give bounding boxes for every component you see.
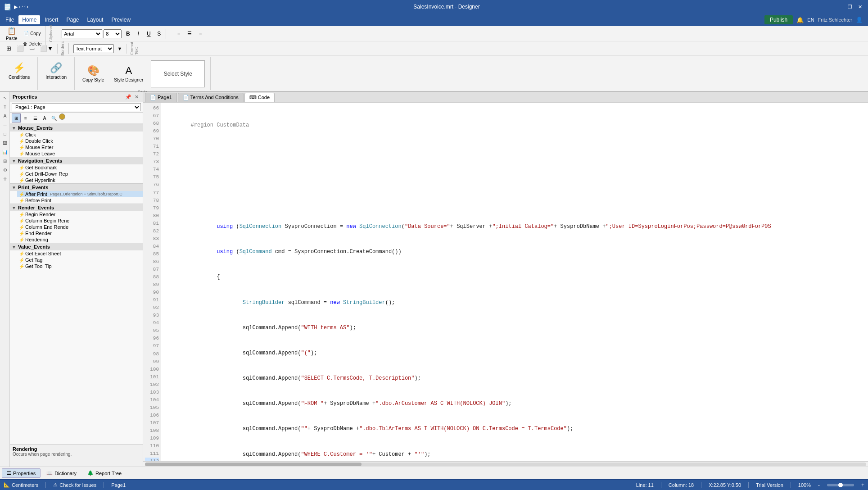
text-format-arrow[interactable]: ▼: [115, 44, 125, 54]
menu-layout[interactable]: Layout: [83, 15, 107, 24]
sidebar-icon-bar[interactable]: 📊: [1, 148, 9, 156]
prop-alpha-btn[interactable]: A: [40, 113, 49, 122]
style-designer-label: Style Designer: [114, 77, 143, 83]
font-size-select[interactable]: 8: [104, 29, 122, 38]
border-style-button[interactable]: ⬜▼: [38, 44, 55, 54]
render-events-section[interactable]: ▼ Render_Events: [10, 204, 143, 211]
tree-item-before-print[interactable]: ⚡ Before Print: [17, 197, 143, 204]
font-name-select[interactable]: Arial: [62, 29, 102, 38]
tree-item-tooltip[interactable]: ⚡ Get Tool Tip: [17, 263, 143, 269]
zoom-out-button[interactable]: -: [818, 482, 820, 488]
sidebar-icon-rect[interactable]: □: [1, 130, 9, 138]
tab-code-icon: ⌨: [249, 95, 257, 100]
italic-button[interactable]: I: [133, 29, 143, 39]
align-left-button[interactable]: ≡: [174, 29, 184, 39]
copy-style-button[interactable]: 🎨 Copy Style: [78, 59, 108, 89]
zoom-in-button[interactable]: +: [861, 482, 864, 488]
border-none-button[interactable]: ▭: [27, 44, 37, 54]
bottom-tab-report-tree[interactable]: 🌲 Report Tree: [82, 468, 127, 478]
tree-item-rendering[interactable]: ⚡ Rendering: [17, 236, 143, 243]
code-content[interactable]: #region CustomData using (SqlConnection …: [161, 103, 868, 461]
print-events-section[interactable]: ▼ Print_Events: [10, 183, 143, 191]
tree-item-mouse-leave[interactable]: ⚡ Mouse Leave: [17, 150, 143, 157]
select-style-box[interactable]: Select Style: [151, 60, 205, 87]
check-issues-item[interactable]: ⚠ Check for Issues: [53, 482, 96, 488]
tab-page1[interactable]: 📄 Page1: [145, 93, 177, 102]
drilldown-icon: ⚡: [19, 172, 24, 177]
bottom-tab-properties[interactable]: ☰ Properties: [2, 468, 41, 478]
align-right-button[interactable]: ≡: [195, 29, 205, 39]
tree-item-col-begin-render[interactable]: ⚡ Column Begin Renc: [17, 218, 143, 224]
page-selector[interactable]: Page1 : Page: [12, 103, 141, 111]
tree-item-double-click[interactable]: ⚡ Double Click: [17, 138, 143, 144]
tree-item-tag[interactable]: ⚡ Get Tag: [17, 257, 143, 263]
sidebar-icon-pointer[interactable]: ↖: [1, 94, 9, 102]
menu-home[interactable]: Home: [18, 15, 40, 24]
underline-button[interactable]: U: [144, 29, 154, 39]
prop-color-btn[interactable]: [59, 113, 65, 120]
menu-insert[interactable]: Insert: [41, 15, 62, 24]
conditions-group: ⚡ Conditions: [1, 57, 38, 90]
bell-icon[interactable]: 🔔: [796, 17, 804, 23]
tab-terms[interactable]: 📄 Terms And Conditions: [178, 93, 244, 102]
tree-item-end-render[interactable]: ⚡ End Render: [17, 230, 143, 236]
tree-item-excel-sheet[interactable]: ⚡ Get Excel Sheet: [17, 250, 143, 257]
value-events-section[interactable]: ▼ Value_Events: [10, 243, 143, 250]
panel-pin-button[interactable]: 📌: [125, 93, 132, 100]
h-scrollbar[interactable]: [143, 461, 868, 467]
code-line-74: sqlCommand.Append("WITH terms AS");: [165, 324, 864, 332]
sidebar-icon-component[interactable]: ⚙: [1, 166, 9, 174]
copy-button[interactable]: 📄 Copy: [21, 29, 44, 39]
tree-item-bookmark[interactable]: ⚡ Get Bookmark: [17, 164, 143, 171]
border-outer-button[interactable]: ⬜: [14, 44, 26, 54]
publish-button[interactable]: Publish: [764, 15, 793, 24]
panel-close-button[interactable]: ✕: [133, 93, 140, 100]
navigation-events-section[interactable]: ▼ Navigation_Events: [10, 157, 143, 164]
sidebar-icon-label[interactable]: A: [1, 112, 9, 120]
interaction-button[interactable]: 🔗 Interaction: [41, 59, 71, 84]
border-all-button[interactable]: ⊞: [4, 44, 14, 54]
prop-filter-btn[interactable]: 🔍: [50, 113, 59, 122]
menu-file[interactable]: File: [2, 15, 18, 24]
window-controls[interactable]: ─ ❐ ✕: [836, 2, 864, 11]
bottom-tab-dictionary[interactable]: 📖 Dictionary: [41, 468, 81, 478]
mouse-events-section[interactable]: ▼ Mouse_Events: [10, 124, 143, 132]
prop-category-btn[interactable]: ☰: [31, 113, 40, 122]
minimize-btn[interactable]: ─: [836, 2, 845, 11]
after-print-label: After Print: [25, 191, 47, 197]
zoom-slider[interactable]: [827, 484, 854, 486]
align-center-button[interactable]: ☰: [185, 29, 194, 39]
code-line-67: [165, 146, 864, 155]
sidebar-icon-table[interactable]: ⊞: [1, 157, 9, 165]
tab-code[interactable]: ⌨ Code: [244, 93, 275, 102]
sidebar-icon-text[interactable]: T: [1, 103, 9, 111]
trial-item: Trial Version: [756, 482, 783, 488]
sidebar-icon-image[interactable]: 🖼: [1, 139, 9, 147]
style-designer-button[interactable]: A Style Designer: [110, 59, 147, 89]
conditions-button[interactable]: ⚡ Conditions: [5, 59, 34, 84]
menu-preview[interactable]: Preview: [108, 15, 134, 24]
report-tree-tab-icon: 🌲: [87, 470, 94, 476]
strikethrough-button[interactable]: S: [154, 29, 164, 39]
language-selector[interactable]: EN: [807, 17, 814, 23]
paste-button[interactable]: 📋 Paste: [4, 25, 20, 42]
tree-item-col-end-render[interactable]: ⚡ Column End Rende: [17, 224, 143, 230]
prop-list-btn[interactable]: ≡: [21, 113, 30, 122]
tree-item-click[interactable]: ⚡ Click: [17, 132, 143, 138]
tree-item-drilldown[interactable]: ⚡ Get Drill-Down Rep: [17, 171, 143, 177]
tree-item-after-print[interactable]: ⚡ After Print Page1.Orientation = Stimul…: [17, 191, 143, 197]
panel-header-controls: 📌 ✕: [125, 93, 140, 100]
text-format-select[interactable]: Text Format: [73, 44, 114, 53]
prop-grid-btn[interactable]: ⊞: [12, 113, 21, 122]
tree-item-begin-render[interactable]: ⚡ Begin Render: [17, 211, 143, 218]
bold-button[interactable]: B: [123, 29, 133, 39]
sep1: [57, 28, 57, 39]
code-editor[interactable]: 66 67 68 69 70 71 72 73 74 75 76 77 78 7…: [143, 103, 868, 461]
sidebar-icon-cross[interactable]: ✛: [1, 175, 9, 183]
sidebar-icon-line[interactable]: ─: [1, 121, 9, 129]
close-btn[interactable]: ✕: [855, 2, 864, 11]
tree-item-hyperlink[interactable]: ⚡ Get Hyperlink: [17, 177, 143, 183]
menu-page[interactable]: Page: [63, 15, 82, 24]
restore-btn[interactable]: ❐: [845, 2, 854, 11]
tree-item-mouse-enter[interactable]: ⚡ Mouse Enter: [17, 144, 143, 150]
